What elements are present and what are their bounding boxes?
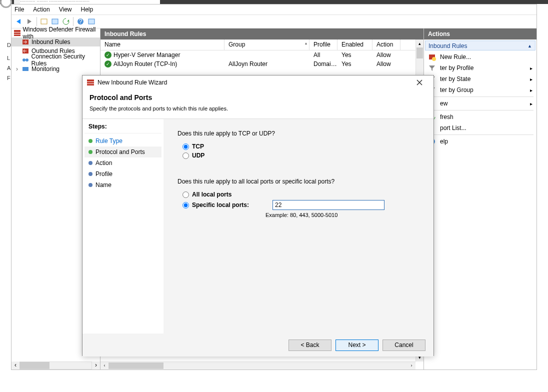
action-filter-group[interactable]: ter by Group ▸ [424,84,536,96]
steps-title: Steps: [84,123,162,134]
cancel-button[interactable]: Cancel [382,340,426,351]
filter-icon [428,64,436,72]
step-name[interactable]: Name [84,180,162,190]
toolbar-icon[interactable] [86,16,96,26]
radio-all-ports[interactable]: All local ports [182,191,420,198]
menu-view[interactable]: View [59,6,72,13]
action-help[interactable]: ? elp [424,136,536,147]
menu-action[interactable]: Action [33,6,50,13]
step-action[interactable]: Action [84,158,162,168]
new-inbound-rule-wizard: New Inbound Rule Wizard Protocol and Por… [82,75,434,356]
menu-help[interactable]: Help [81,6,94,13]
action-filter-profile[interactable]: ter by Profile ▸ [424,62,536,74]
nav-forward-icon[interactable] [24,16,34,26]
wizard-title-text: New Inbound Rule Wizard [98,79,167,86]
svg-rect-6 [14,32,20,32]
cell: All [310,52,338,58]
cell: AllJoyn Router (TCP-In) [114,60,177,68]
tree-item-label: Inbound Rules [32,38,70,46]
tree-horizontal-scrollbar[interactable]: ‹› [12,362,100,370]
col-header-group[interactable]: Group [224,40,310,50]
ports-example-text: Example: 80, 443, 5000-5010 [266,212,420,218]
radio-specific-ports[interactable]: Specific local ports: [182,200,420,210]
expander-icon[interactable]: › [14,66,20,72]
svg-rect-1 [52,19,58,24]
col-header-profile[interactable]: Profile [310,40,338,50]
allow-icon: ✓ [104,52,112,58]
outbound-rules-icon [22,47,30,55]
step-label: Action [96,160,112,166]
radio-udp-label: UDP [192,152,204,159]
edge-letter: D [7,42,11,48]
tree-root[interactable]: Windows Defender Firewall with [12,28,100,38]
cell: Yes [338,52,372,58]
radio-specific-ports-label: Specific local ports: [192,202,249,208]
help-icon[interactable]: ? [76,16,86,26]
radio-udp-input[interactable] [182,152,189,159]
nav-back-icon[interactable] [14,16,24,26]
step-profile[interactable]: Profile [84,168,162,180]
step-label: Rule Type [96,138,122,144]
allow-icon: ✓ [104,60,112,68]
table-row[interactable]: ✓AllJoyn Router (TCP-In) AllJoyn Router … [100,60,424,68]
col-header-enabled[interactable]: Enabled [338,40,372,50]
svg-rect-0 [41,19,47,24]
step-protocol-ports[interactable]: Protocol and Ports [84,146,162,158]
step-rule-type[interactable]: Rule Type [84,136,162,146]
tree-item-conn-sec-rules[interactable]: Connection Security Rules [12,56,100,64]
cell: Domai… [310,60,338,68]
action-label: ew [440,100,448,107]
action-filter-state[interactable]: ter by State ▸ [424,74,536,84]
radio-all-ports-input[interactable] [182,192,189,198]
step-bullet-icon [88,150,92,154]
radio-tcp-label: TCP [192,143,204,150]
action-new-rule[interactable]: New Rule... [424,52,536,62]
radio-udp[interactable]: UDP [182,152,420,159]
wizard-titlebar[interactable]: New Inbound Rule Wizard [82,76,434,90]
cell: Hyper-V Server Manager [114,52,180,58]
radio-specific-ports-input[interactable] [182,202,189,208]
next-button[interactable]: Next > [336,340,378,351]
firewall-icon [14,29,20,37]
action-label: ter by Group [440,86,474,94]
svg-rect-7 [14,34,20,34]
grid-header: Name Group Profile Enabled Action [100,40,424,50]
step-label: Protocol and Ports [96,148,145,156]
toolbar-icon[interactable] [39,16,49,26]
close-button[interactable] [410,76,430,89]
back-button[interactable]: < Back [288,340,332,351]
tree-item-label: Connection Security Rules [32,53,100,67]
radio-all-ports-label: All local ports [192,191,232,198]
step-bullet-icon [88,161,92,165]
monitoring-icon [22,65,30,73]
radio-tcp[interactable]: TCP [182,143,420,150]
svg-text:?: ? [79,18,82,25]
action-label: fresh [440,114,454,120]
edge-letter: F [7,75,10,81]
table-row[interactable]: ✓Hyper-V Server Manager All Yes Allow [100,50,424,60]
action-refresh[interactable]: fresh [424,112,536,122]
refresh-icon[interactable] [61,16,71,26]
action-export-list[interactable]: port List... [424,122,536,134]
step-bullet-icon [88,183,92,187]
edge-letter: L [7,55,10,61]
menu-file[interactable]: File [14,6,24,13]
svg-point-10 [22,58,26,62]
wizard-heading: Protocol and Ports [90,94,426,102]
rules-horizontal-scrollbar[interactable]: ‹› [100,362,416,370]
svg-point-11 [26,58,28,62]
action-label: ter by State [440,76,470,82]
radio-tcp-input[interactable] [182,144,189,150]
step-bullet-icon [88,139,92,143]
cell: Allow [372,52,400,58]
actions-section-header[interactable]: Inbound Rules ▲ [425,40,536,50]
svg-rect-5 [14,30,20,36]
inbound-rules-icon [22,38,30,46]
action-label: ter by Profile [440,64,474,72]
toolbar-icon[interactable] [50,16,60,26]
col-header-name[interactable]: Name [100,40,224,50]
action-view[interactable]: ew ▸ [424,98,536,109]
svg-rect-4 [88,19,94,24]
specific-ports-input[interactable] [272,200,384,210]
col-header-action[interactable]: Action [372,40,400,50]
